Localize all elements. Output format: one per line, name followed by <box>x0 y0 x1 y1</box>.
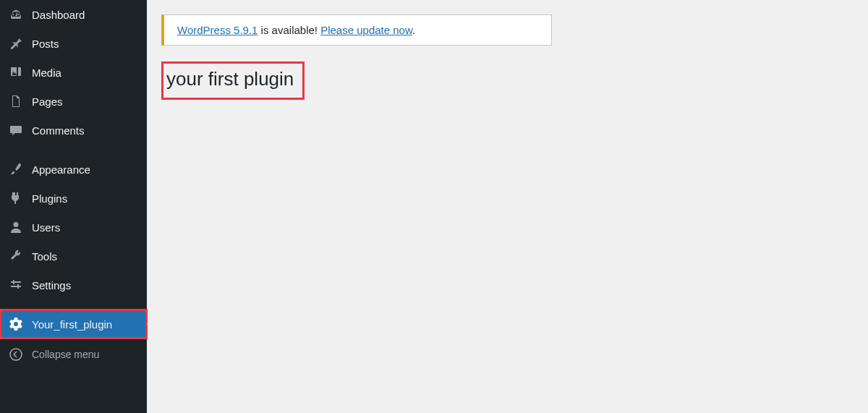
admin-sidebar: Dashboard Posts Media Pages Comments App… <box>0 0 147 413</box>
user-icon <box>9 220 23 234</box>
pin-icon <box>9 36 23 51</box>
sidebar-item-settings[interactable]: Settings <box>0 271 147 299</box>
update-notice: WordPress 5.9.1 is available! Please upd… <box>161 14 552 46</box>
page-title-highlight: your first plugin <box>161 61 305 100</box>
sidebar-label: Your_first_plugin <box>32 318 112 331</box>
brush-icon <box>9 162 23 176</box>
dashboard-icon <box>9 7 23 22</box>
page-icon <box>9 94 23 108</box>
sidebar-label: Pages <box>32 95 63 108</box>
sidebar-item-appearance[interactable]: Appearance <box>0 155 147 184</box>
sidebar-item-your-first-plugin[interactable]: Your_first_plugin <box>0 310 147 339</box>
sidebar-label: Users <box>32 221 60 234</box>
sidebar-item-media[interactable]: Media <box>0 58 147 87</box>
comment-icon <box>9 123 23 137</box>
notice-text-end: . <box>412 24 415 36</box>
sliders-icon <box>9 278 23 292</box>
collapse-label: Collapse menu <box>32 349 99 360</box>
sidebar-item-tools[interactable]: Tools <box>0 242 147 271</box>
sidebar-item-dashboard[interactable]: Dashboard <box>0 0 147 29</box>
sidebar-label: Settings <box>32 279 71 291</box>
collapse-menu[interactable]: Collapse menu <box>0 340 147 369</box>
page-title: your first plugin <box>166 68 294 90</box>
collapse-icon <box>9 347 23 362</box>
sidebar-label: Posts <box>32 38 59 50</box>
wp-version-link[interactable]: WordPress 5.9.1 <box>177 24 258 36</box>
gear-icon <box>9 317 23 331</box>
notice-text-mid: is available! <box>258 24 320 36</box>
wrench-icon <box>9 249 23 263</box>
sidebar-item-plugins[interactable]: Plugins <box>0 184 147 213</box>
sidebar-label: Appearance <box>32 163 90 176</box>
sidebar-label: Dashboard <box>32 9 85 21</box>
update-now-link[interactable]: Please update now <box>320 24 412 36</box>
sidebar-label: Tools <box>32 250 57 263</box>
sidebar-label: Media <box>32 67 61 79</box>
sidebar-label: Comments <box>32 124 85 137</box>
sidebar-label: Plugins <box>32 192 67 205</box>
media-icon <box>9 65 23 80</box>
svg-point-0 <box>10 349 22 360</box>
sidebar-item-posts[interactable]: Posts <box>0 29 147 58</box>
plug-icon <box>9 191 23 205</box>
sidebar-item-users[interactable]: Users <box>0 213 147 242</box>
sidebar-item-pages[interactable]: Pages <box>0 87 147 116</box>
sidebar-item-comments[interactable]: Comments <box>0 116 147 145</box>
main-content: WordPress 5.9.1 is available! Please upd… <box>147 0 868 413</box>
